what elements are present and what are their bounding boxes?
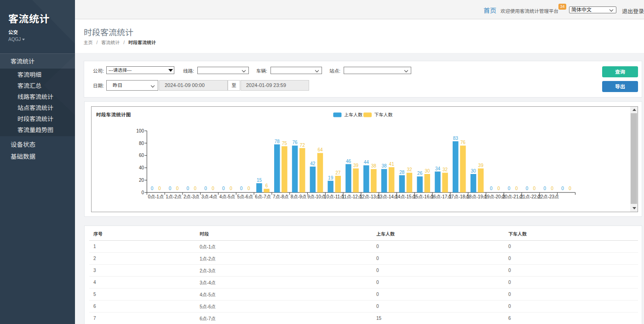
svg-text:6点-7点: 6点-7点 [255,194,270,199]
svg-text:76: 76 [460,140,466,145]
svg-text:75: 75 [282,141,288,146]
svg-text:0: 0 [247,186,250,191]
svg-text:0: 0 [141,190,144,195]
svg-text:80: 80 [139,141,144,146]
svg-text:83: 83 [453,136,459,141]
svg-text:40: 40 [139,165,144,170]
svg-text:2点-3点: 2点-3点 [184,194,199,199]
svg-text:20: 20 [139,178,144,183]
svg-text:3点-4点: 3点-4点 [201,194,217,199]
svg-text:0: 0 [508,186,511,191]
svg-text:6: 6 [265,183,268,188]
svg-text:26: 26 [417,171,423,176]
svg-text:4点-5点: 4点-5点 [219,194,235,199]
svg-text:9点-10点: 9点-10点 [307,194,326,199]
svg-text:15: 15 [257,178,262,183]
svg-text:46: 46 [346,159,351,164]
svg-text:下车人数: 下车人数 [374,112,393,117]
svg-text:0: 0 [561,186,564,191]
svg-text:0: 0 [194,186,197,191]
svg-text:38: 38 [381,163,387,168]
svg-text:0: 0 [551,186,554,191]
svg-text:41: 41 [389,162,395,167]
svg-text:0点-1点: 0点-1点 [148,194,163,199]
svg-text:76: 76 [292,140,298,145]
svg-text:0: 0 [212,186,214,191]
svg-text:44: 44 [364,160,369,165]
svg-text:27: 27 [335,170,341,175]
svg-text:100: 100 [136,128,144,133]
svg-text:30: 30 [425,168,430,174]
svg-text:0: 0 [151,186,154,191]
svg-text:60: 60 [139,153,144,158]
svg-text:0: 0 [515,186,518,191]
svg-text:22点-23点: 22点-23点 [538,194,559,199]
svg-text:72: 72 [300,143,305,148]
svg-text:0: 0 [490,186,493,191]
svg-text:0: 0 [222,186,225,191]
svg-text:0: 0 [569,186,571,191]
svg-text:1点-2点: 1点-2点 [166,194,181,199]
svg-text:0: 0 [176,186,179,191]
svg-text:0: 0 [526,186,529,191]
svg-text:0: 0 [533,186,536,191]
svg-text:0: 0 [497,186,500,191]
svg-text:34: 34 [435,166,441,171]
svg-text:0: 0 [169,186,172,191]
svg-text:0: 0 [186,186,189,191]
svg-text:8点-9点: 8点-9点 [291,194,306,199]
svg-text:0: 0 [240,186,243,191]
svg-text:28: 28 [399,170,405,175]
svg-text:39: 39 [478,163,484,168]
svg-text:0: 0 [543,186,546,191]
svg-text:上车人数: 上车人数 [344,112,362,117]
svg-text:42: 42 [310,161,316,166]
svg-text:32: 32 [407,167,412,172]
svg-text:19: 19 [328,175,334,180]
svg-text:30: 30 [471,168,476,174]
svg-text:0: 0 [204,186,207,191]
svg-text:38: 38 [371,163,377,168]
svg-text:64: 64 [317,147,323,152]
svg-text:39: 39 [353,163,359,168]
svg-text:32: 32 [443,167,448,172]
svg-text:0: 0 [158,186,161,191]
svg-text:7点-8点: 7点-8点 [273,194,288,199]
svg-text:78: 78 [275,139,280,144]
svg-text:0: 0 [230,186,232,191]
svg-text:5点-6点: 5点-6点 [237,194,253,199]
